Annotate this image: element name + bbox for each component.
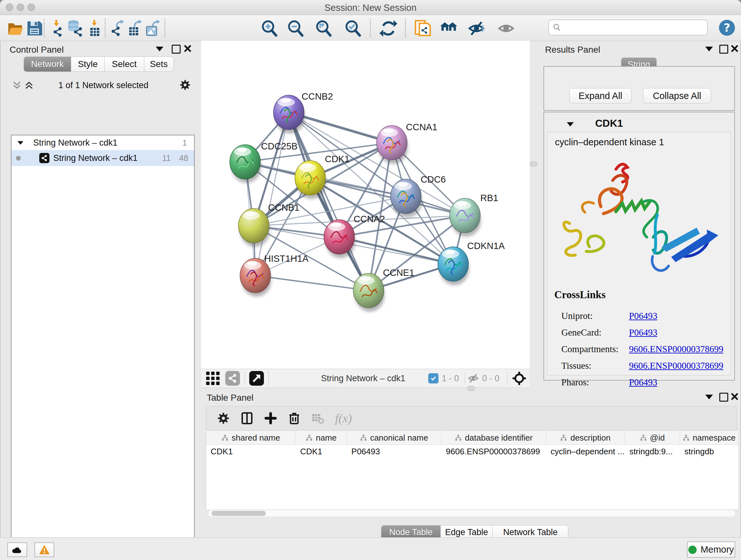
grid-view-icon[interactable] [205,371,220,386]
crosslink-link[interactable]: 9606.ENSP00000378699 [629,344,724,354]
save-session-icon[interactable] [25,19,44,37]
import-table-icon[interactable] [85,19,104,37]
hidden-count: 0 - 0 [482,374,499,383]
control-panel: Control Panel Network Style Select Sets … [3,41,192,537]
crosslink-link[interactable]: 9606.ENSP00000378699 [629,361,724,371]
panel-menu-icon[interactable] [156,47,163,51]
column-header[interactable]: description [546,431,625,444]
column-type-icon [560,434,567,441]
import-network-file-icon[interactable] [49,19,66,37]
export-table-icon[interactable] [127,19,145,37]
toolbar-separator [268,371,269,385]
first-neighbors-icon[interactable] [440,19,458,37]
zoom-out-icon[interactable] [286,19,305,37]
crosslink-link[interactable]: P06493 [629,377,657,388]
zoom-fit-icon[interactable] [315,19,333,37]
tab-style[interactable]: Style [71,57,105,72]
cell-id[interactable]: stringdb:9... [625,445,680,458]
warning-icon [39,545,50,555]
column-header[interactable]: database identifier [441,431,546,444]
warnings-button[interactable] [35,543,54,557]
crosslink-row: Uniprot: P06493 [561,307,727,324]
help-icon[interactable]: ? [718,19,736,37]
column-header[interactable]: shared name [206,431,295,444]
tab-sets[interactable]: Sets [144,57,174,72]
cell-canonical-name[interactable]: P06493 [347,445,441,458]
panel-float-icon[interactable] [719,393,728,401]
panel-close-icon[interactable] [731,45,738,52]
birdseye-view-icon[interactable] [249,371,264,386]
columns-icon[interactable] [241,412,253,425]
network-row-selected[interactable]: String Network – cdk1 11 48 [11,150,194,166]
cell-name[interactable]: CDK1 [295,445,347,458]
show-all-icon[interactable] [497,19,515,37]
section-collapse-icon[interactable] [567,122,574,127]
crosslinks-list: Uniprot: P06493 GeneCard: P06493 Compart… [561,307,727,390]
delete-table-icon [312,412,324,425]
panel-menu-icon[interactable] [705,47,713,51]
expand-all-button[interactable]: Expand All [569,88,631,104]
network-edge-count: 48 [179,153,188,163]
cloud-button[interactable] [7,543,27,557]
export-network-icon[interactable] [109,19,127,37]
network-options-gear-icon[interactable] [179,79,191,91]
panel-close-icon[interactable] [731,393,738,400]
export-image-icon[interactable] [145,19,163,37]
vertical-splitter-handle[interactable] [530,162,537,166]
column-header[interactable]: @id [625,431,680,444]
toolbar-separator [245,371,245,385]
tab-select[interactable]: Select [105,57,144,72]
toolbar-separator [44,19,45,37]
column-header[interactable]: canonical name [347,431,441,444]
tab-network[interactable]: Network [23,57,71,72]
zoom-in-icon[interactable] [260,19,278,37]
column-type-icon [640,434,647,441]
node-label-cdc6: CDC6 [421,174,446,185]
column-header[interactable]: namespace [680,431,738,444]
crosslink-label: Uniprot: [561,311,629,321]
panel-float-icon[interactable] [719,45,728,54]
expand-all-icon[interactable] [24,80,34,90]
cell-shared-name[interactable]: CDK1 [206,445,295,458]
cell-description[interactable]: cyclin–dependent ... [546,445,625,458]
panel-close-icon[interactable] [184,45,192,52]
search-input[interactable] [564,22,707,33]
crosshair-icon[interactable] [512,371,527,386]
network-overview-icon[interactable] [225,371,240,386]
duplicate-network-icon[interactable] [414,19,432,37]
cell-namespace[interactable]: stringdb [680,445,738,458]
network-node-hist1h1a [240,258,271,297]
toolbar-separator [105,19,106,37]
zoom-selected-icon[interactable] [344,19,362,37]
table-panel-toolbar: f(x) [206,406,737,430]
panel-float-icon[interactable] [172,45,181,54]
delete-column-icon[interactable] [288,412,300,425]
panel-menu-icon[interactable] [705,395,713,399]
network-canvas[interactable]: CCNB2CCNA1CDC25BCDK1CDC6RB1CCNB1CCNA2CDK… [201,41,530,369]
column-header[interactable]: name [295,431,347,444]
selected-checkbox[interactable] [428,373,439,383]
memory-button[interactable]: Memory [687,542,735,558]
network-collection-row[interactable]: String Network – cdk1 1 [11,135,194,150]
hide-selected-icon[interactable] [468,19,485,37]
cell-database-identifier[interactable]: 9606.ENSP00000378699 [441,445,546,458]
crosslink-label: Pharos: [561,377,629,388]
table-horizontal-scrollbar[interactable] [208,510,735,516]
table-row[interactable]: CDK1 CDK1 P06493 9606.ENSP00000378699 cy… [206,445,738,458]
refresh-icon[interactable] [380,19,397,37]
title-bar: Session: New Session [0,0,741,15]
crosslink-link[interactable]: P06493 [629,327,657,338]
network-node-cdc6 [391,179,422,217]
crosslink-link[interactable]: P06493 [629,311,657,321]
import-network-database-icon[interactable] [66,19,84,37]
scrollbar-thumb[interactable] [212,511,266,516]
protein-structure-image[interactable] [547,152,731,279]
collapse-all-button[interactable]: Collapse All [643,88,711,104]
tree-expander-icon[interactable] [17,141,23,144]
table-settings-gear-icon[interactable] [217,412,230,425]
collapse-all-icon[interactable] [12,80,22,90]
toolbar-separator [507,371,508,385]
open-file-icon[interactable] [6,19,24,37]
window-title: Session: New Session [0,3,741,13]
add-column-icon[interactable] [264,412,277,425]
